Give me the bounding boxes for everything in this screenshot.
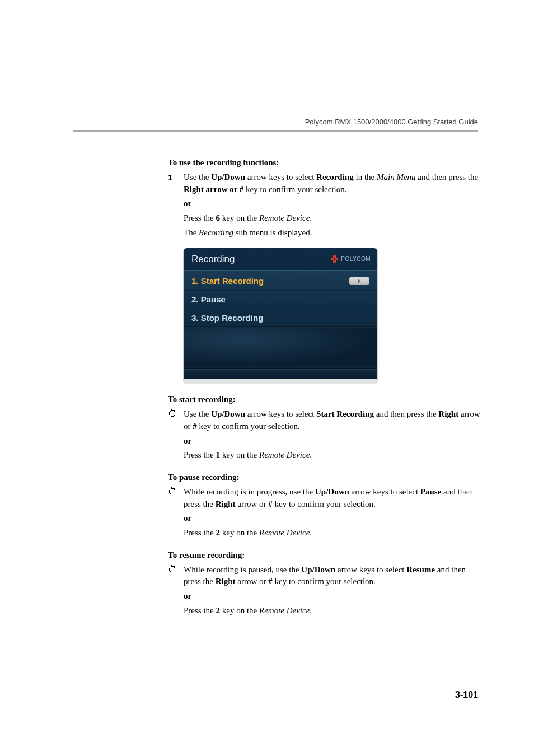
text-italic: Remote Device [259, 450, 310, 459]
menu-item-label: 1. Start Recording [191, 275, 264, 287]
text-bold: # [268, 500, 273, 508]
menu-item-label: 2. Pause [191, 293, 226, 306]
clock-icon: ⏱ [168, 486, 184, 542]
chevron-right-icon [349, 277, 369, 285]
or-label: or [184, 512, 481, 525]
step-pause: ⏱ While recording is in progress, use th… [168, 486, 481, 542]
text-bold: Right arrow or # [184, 185, 243, 194]
text: arrow keys to select [245, 409, 316, 418]
text: Use the [184, 172, 211, 181]
text: While recording is paused, use the [184, 565, 301, 574]
text-bold: Up/Down [301, 565, 335, 574]
step-1-line1: Use the Up/Down arrow keys to select Rec… [184, 171, 481, 196]
page: Polycom RMX 1500/2000/4000 Getting Start… [0, 0, 534, 756]
polycom-logo-icon [331, 255, 339, 263]
text: arrow or [236, 500, 269, 508]
section-title-pause: To pause recording: [168, 472, 481, 484]
step-body: Use the Up/Down arrow keys to select Sta… [184, 408, 481, 464]
page-number: 3-101 [455, 690, 478, 700]
or-label: or [184, 590, 481, 603]
text: arrow keys to select [335, 565, 406, 574]
polycom-logo: POLYCOM [331, 255, 371, 264]
step-resume: ⏱ While recording is paused, use the Up/… [168, 564, 481, 619]
svg-marker-0 [358, 279, 361, 283]
text-italic: Recording [199, 228, 233, 237]
step-body: While recording is paused, use the Up/Do… [184, 564, 481, 619]
menu-item-stop-recording[interactable]: 3. Stop Recording [184, 309, 377, 328]
text: sub menu is displayed. [233, 228, 312, 237]
text-bold: Right [216, 577, 236, 586]
text-bold: Resume [406, 565, 435, 574]
press-6-line: Press the 6 key on the Remote Device. [184, 212, 481, 225]
start-line: Use the Up/Down arrow keys to select Sta… [184, 408, 481, 433]
screenshot-title: Recording [191, 253, 235, 267]
menu-item-pause[interactable]: 2. Pause [184, 291, 377, 309]
screenshot-footer [184, 369, 377, 379]
text-italic: Remote Device [259, 528, 310, 537]
recording-menu-screenshot: Recording POLYCOM 1. Start Recording [184, 248, 377, 384]
text: key on the [220, 606, 259, 615]
section-title-start: To start recording: [168, 394, 481, 406]
text: and then press the [374, 409, 438, 418]
text: in the [354, 172, 377, 181]
text: Press the [184, 450, 216, 459]
or-label: or [184, 198, 481, 210]
header-rule [73, 130, 478, 132]
resume-line: While recording is paused, use the Up/Do… [184, 564, 481, 589]
text: . [310, 450, 312, 459]
text: . [310, 528, 312, 537]
text: key to confirm your selection. [273, 577, 376, 586]
step-1: 1 Use the Up/Down arrow keys to select R… [168, 171, 481, 241]
screenshot-titlebar: Recording POLYCOM [184, 248, 377, 271]
press-2b-line: Press the 2 key on the Remote Device. [184, 605, 481, 617]
text: . [310, 606, 312, 615]
submenu-line: The Recording sub menu is displayed. [184, 227, 481, 239]
text: Press the [184, 213, 216, 222]
text-bold: 2 [216, 528, 221, 537]
text-italic: Remote Device [259, 213, 310, 222]
text: Press the [184, 606, 216, 615]
text-italic: Main Menu [377, 172, 416, 181]
menu-list: 1. Start Recording 2. Pause 3. Stop Reco… [184, 270, 377, 369]
text: key to confirm your selection. [273, 500, 376, 508]
text: key on the [220, 450, 259, 459]
text-bold: Pause [420, 487, 442, 496]
text: While recording is in progress, use the [184, 487, 315, 496]
clock-icon: ⏱ [168, 408, 184, 464]
text: and then press the [416, 172, 479, 181]
step-body: While recording is in progress, use the … [184, 486, 481, 542]
polycom-logo-text: POLYCOM [341, 255, 371, 264]
text-bold: Up/Down [211, 172, 245, 181]
text-italic: Remote Device [259, 606, 310, 615]
text-bold: Recording [316, 172, 354, 181]
text-bold: Right [216, 500, 236, 508]
text: key on the [220, 213, 259, 222]
menu-item-start-recording[interactable]: 1. Start Recording [184, 272, 377, 291]
step-start: ⏱ Use the Up/Down arrow keys to select S… [168, 408, 481, 464]
menu-item-label: 3. Stop Recording [191, 312, 263, 324]
step-body: Use the Up/Down arrow keys to select Rec… [184, 171, 481, 241]
text: arrow or [236, 577, 269, 586]
text: Press the [184, 528, 216, 537]
step-number: 1 [168, 171, 184, 241]
page-header: Polycom RMX 1500/2000/4000 Getting Start… [0, 118, 534, 132]
menu-empty-area [184, 327, 377, 366]
press-1-line: Press the 1 key on the Remote Device. [184, 449, 481, 461]
running-title: Polycom RMX 1500/2000/4000 Getting Start… [0, 118, 534, 126]
clock-icon: ⏱ [168, 564, 184, 619]
press-2-line: Press the 2 key on the Remote Device. [184, 527, 481, 539]
text: The [184, 228, 199, 237]
text: key on the [220, 528, 259, 537]
text: arrow keys to select [245, 172, 316, 181]
text: Use the [184, 409, 211, 418]
text-bold: # [193, 422, 197, 431]
text-bold: 1 [216, 450, 221, 459]
text: key to confirm your selection. [197, 422, 300, 431]
section-title-resume: To resume recording: [168, 549, 481, 562]
text-bold: Start Recording [316, 409, 374, 418]
text-bold: 6 [216, 213, 221, 222]
content: To use the recording functions: 1 Use th… [168, 157, 481, 622]
pause-line: While recording is in progress, use the … [184, 486, 481, 511]
text-bold: # [268, 577, 273, 586]
text: arrow keys to select [349, 487, 420, 496]
